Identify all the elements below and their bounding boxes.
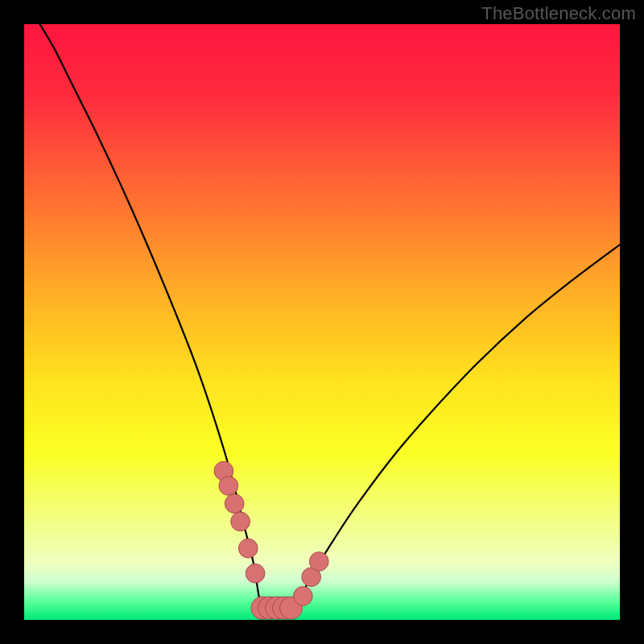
curve-marker — [231, 512, 250, 531]
bottleneck-chart — [0, 0, 644, 644]
watermark-text: TheBottleneck.com — [481, 3, 636, 24]
curve-marker — [219, 477, 238, 496]
curve-marker — [238, 539, 258, 558]
chart-frame: TheBottleneck.com — [0, 0, 644, 644]
curve-marker — [309, 552, 328, 572]
chart-gradient-bg — [24, 24, 620, 620]
curve-marker — [246, 564, 265, 583]
curve-marker — [225, 494, 244, 514]
curve-marker — [293, 587, 312, 606]
